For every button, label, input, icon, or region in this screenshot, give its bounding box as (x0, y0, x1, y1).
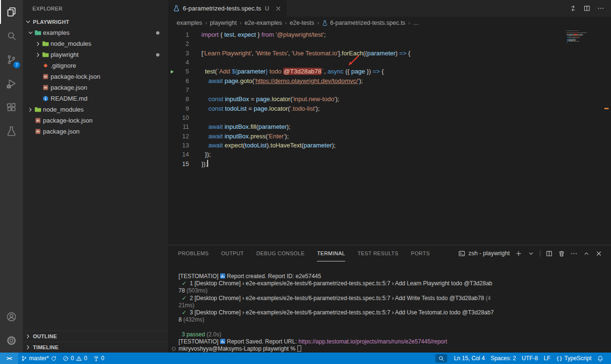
code-text[interactable]: await inputBox.fill(parameter); (201, 122, 290, 131)
code-text[interactable]: const inputBox = page.locator('input.new… (201, 94, 339, 104)
terminal-text: 3 passed (179, 331, 207, 338)
modified-dot (156, 31, 159, 34)
tree-file-package-lock.json[interactable]: package-lock.json (23, 71, 168, 82)
tree-file-README.md[interactable]: README.md (23, 93, 168, 104)
activity-extensions[interactable] (0, 95, 23, 119)
chevron-right-icon (34, 40, 42, 48)
terminal-selector[interactable]: zsh - playwright (458, 250, 510, 257)
info-file-icon (42, 95, 51, 103)
timeline-section[interactable]: TIMELINE (23, 342, 168, 353)
tree-folder-playwright[interactable]: playwright (23, 49, 168, 60)
code-text[interactable]: }); (201, 150, 211, 159)
workspace-section-header[interactable]: PLAYWRIGHT (23, 17, 168, 27)
tree-folder-examples[interactable]: examples (23, 27, 168, 38)
activity-source-control[interactable]: 7 (0, 48, 23, 72)
minimap[interactable] (566, 31, 596, 43)
notifications-bell[interactable] (594, 353, 606, 364)
command-decoration[interactable] (172, 347, 176, 351)
line-number: 11 (176, 122, 189, 131)
code-text[interactable]: }); (201, 159, 208, 168)
panel-tab-test-results[interactable]: TEST RESULTS (358, 245, 399, 261)
breadcrumb-item[interactable]: 6-parametrized-tests.spec.ts (322, 20, 405, 26)
terminal-text: 21ms) (179, 302, 194, 309)
code-text[interactable]: const todoList = page.locator('.todo-lis… (201, 104, 320, 113)
activity-run-and-debug[interactable] (0, 72, 23, 95)
code-line-14: 14 }); (168, 150, 611, 159)
code-line-4: 4 (168, 58, 611, 67)
panel-tab-problems[interactable]: PROBLEMS (178, 245, 209, 261)
close-panel-icon[interactable] (595, 250, 602, 257)
breadcrumb-item[interactable]: e2e-tests (290, 20, 314, 26)
outline-section[interactable]: OUTLINE (23, 331, 168, 342)
tree-file-package.json[interactable]: package.json (23, 126, 168, 137)
status-bar-right: Ln 15, Col 4 Spaces: 2 UTF-8 LF {} TypeS… (435, 353, 611, 364)
compare-changes-icon[interactable] (569, 5, 577, 12)
eol-status[interactable]: LF (541, 353, 553, 364)
panel-tab-terminal[interactable]: TERMINAL (317, 245, 345, 261)
indent-space (34, 95, 42, 103)
panel-tab-debug-console[interactable]: DEBUG CONSOLE (256, 245, 305, 261)
new-terminal-icon[interactable] (515, 250, 522, 257)
cursor-position[interactable]: Ln 15, Col 4 (451, 353, 488, 364)
zoom-indicator[interactable] (435, 354, 447, 363)
terminal-line: [TESTOMATIO] Report created. Report ID: … (179, 273, 611, 280)
code-text[interactable]: await expect(todoList).toHaveText(parame… (201, 141, 336, 150)
split-editor-icon[interactable] (583, 5, 590, 12)
encoding-status[interactable]: UTF-8 (519, 353, 541, 364)
kill-terminal-icon[interactable] (558, 250, 565, 257)
code-text[interactable]: test(`Add ${parameter} todo @T3d28ab78`,… (201, 67, 384, 76)
ports-status[interactable]: 0 (90, 353, 107, 364)
tree-folder-node_modules[interactable]: node_modules (23, 104, 168, 115)
tree-item-label: README.md (51, 95, 87, 102)
run-test-icon[interactable] (168, 67, 176, 76)
code-text[interactable]: import { test, expect } from '@playwrigh… (201, 30, 326, 39)
terminal-text: (4 (485, 295, 491, 302)
warning-icon (76, 355, 82, 362)
breadcrumb-item[interactable]: playwright (210, 20, 237, 26)
activity-search[interactable] (0, 24, 23, 48)
line-number: 6 (176, 76, 189, 85)
branch-status[interactable]: master* (18, 353, 60, 364)
breadcrumb-item[interactable]: … (413, 20, 419, 26)
breadcrumb-item[interactable]: e2e-examples (244, 20, 282, 26)
tree-file-.gitignore[interactable]: .gitignore (23, 60, 168, 71)
terminal-text: ✓ (182, 280, 187, 287)
sidebar-bottom-sections: OUTLINE TIMELINE (23, 331, 168, 353)
language-mode[interactable]: {} TypeScript (553, 353, 594, 364)
editor-tab[interactable]: 6-parametrized-tests.spec.ts U (168, 0, 287, 17)
code-line-15: 15}); (168, 159, 611, 168)
indentation-status[interactable]: Spaces: 2 (488, 353, 519, 364)
breadcrumb-label: examples (177, 20, 202, 26)
activity-settings[interactable] (0, 329, 23, 353)
terminal-text: Report created. Report ID: e2e57445 (225, 273, 321, 280)
bottom-panel: PROBLEMSOUTPUTDEBUG CONSOLETERMINALTEST … (168, 245, 611, 353)
tree-item-label: package.json (51, 84, 87, 91)
terminal-dropdown-icon[interactable] (527, 250, 535, 257)
code-text[interactable]: await inputBox.press('Enter'); (201, 132, 289, 141)
breadcrumb-label: … (413, 20, 419, 26)
panel-tab-output[interactable]: OUTPUT (221, 245, 244, 261)
panel-more-icon[interactable] (570, 250, 578, 257)
breadcrumb-item[interactable]: examples (177, 20, 202, 26)
activity-explorer[interactable] (0, 0, 23, 24)
more-actions-icon[interactable] (597, 5, 604, 12)
close-tab-icon[interactable] (275, 5, 282, 12)
code-text[interactable]: ['Learn Playwright', 'Write Tests', 'Use… (201, 49, 411, 58)
tree-folder-node_modules[interactable]: node_modules (23, 38, 168, 49)
tree-file-package.json[interactable]: package.json (23, 82, 168, 93)
problems-status[interactable]: 0 0 (60, 353, 90, 364)
panel-tab-ports[interactable]: PORTS (411, 245, 430, 261)
editor-pane[interactable]: 1import { test, expect } from '@playwrig… (168, 29, 611, 245)
activity-testing[interactable] (0, 119, 23, 143)
sidebar-title: EXPLORER (32, 6, 63, 11)
maximize-panel-icon[interactable] (583, 250, 590, 257)
tree-file-package-lock.json[interactable]: package-lock.json (23, 115, 168, 126)
remote-indicator[interactable]: >< (0, 353, 18, 364)
gutter-space (168, 49, 176, 58)
activity-accounts[interactable] (0, 305, 23, 329)
terminal-content[interactable]: [TESTOMATIO] Report created. Report ID: … (168, 261, 611, 353)
code-text[interactable]: await page.goto('https://demo.playwright… (201, 76, 363, 85)
terminal-link[interactable]: https://app.testomat.io/projects/mars/ru… (298, 338, 447, 345)
split-terminal-icon[interactable] (546, 250, 553, 257)
terminal-text: 3 [Desktop Chrome] › e2e-examples/e2e-te… (187, 309, 494, 316)
